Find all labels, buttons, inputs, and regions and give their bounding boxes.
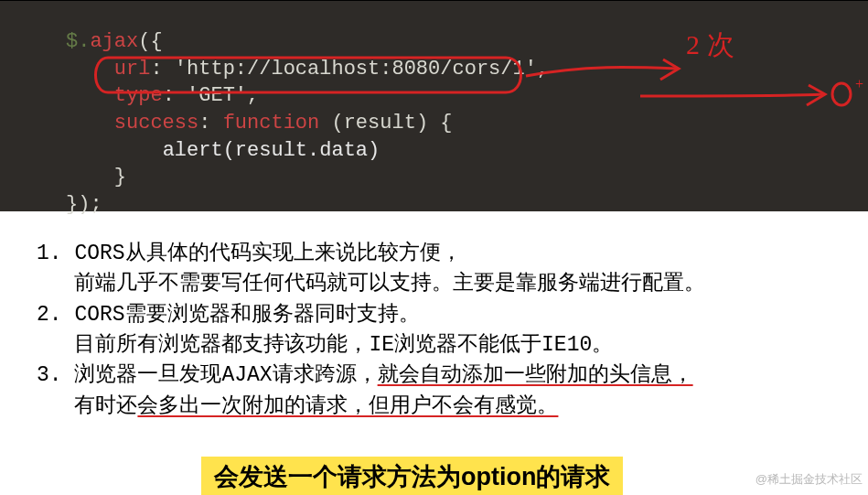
code-t: alert(result.data) bbox=[163, 139, 380, 162]
note-line: 3. 浏览器一旦发现AJAX请求跨源， bbox=[37, 363, 378, 387]
code-t: function bbox=[223, 112, 320, 135]
code-t: 'GET' bbox=[187, 84, 247, 107]
code-t: url bbox=[114, 58, 151, 81]
code-block: $.ajax({ url: 'http://localhost:8080/cor… bbox=[0, 1, 868, 211]
code-t: type bbox=[114, 84, 163, 107]
watermark-text: @稀土掘金技术社区 bbox=[755, 471, 863, 488]
code-t: , bbox=[537, 58, 549, 81]
notes-block: 1. CORS从具体的代码实现上来说比较方便， 前端几乎不需要写任何代码就可以支… bbox=[0, 211, 868, 422]
page-root: $.ajax({ url: 'http://localhost:8080/cor… bbox=[0, 0, 868, 495]
code-t: } bbox=[114, 166, 126, 188]
code-t: : bbox=[198, 112, 222, 135]
code-t: ajax bbox=[90, 30, 138, 53]
code-t: }); bbox=[66, 193, 102, 216]
highlight-caption: 会发送一个请求方法为option的请求 bbox=[201, 457, 623, 495]
code-t: : bbox=[163, 84, 187, 107]
note-line: 2. CORS需要浏览器和服务器同时支持。 bbox=[37, 303, 420, 327]
note-line: 1. CORS从具体的代码实现上来说比较方便， bbox=[37, 242, 462, 265]
code-t: success bbox=[114, 112, 198, 135]
code-t: (result) { bbox=[319, 112, 452, 135]
note-line: 前端几乎不需要写任何代码就可以支持。主要是靠服务端进行配置。 bbox=[37, 272, 705, 296]
code-t: 'http://localhost:8080/cors/1' bbox=[175, 58, 537, 81]
note-line: 目前所有浏览器都支持该功能，IE浏览器不能低于IE10。 bbox=[37, 333, 613, 357]
code-t: ({ bbox=[138, 30, 162, 53]
code-t: : bbox=[150, 58, 174, 81]
code-t: , bbox=[247, 84, 259, 107]
code-t: $. bbox=[66, 30, 90, 53]
note-underline: 会多出一次附加的请求，但用户不会有感觉。 bbox=[137, 394, 558, 418]
note-underline: 就会自动添加一些附加的头信息， bbox=[378, 363, 693, 387]
note-line: 有时还 bbox=[37, 394, 137, 418]
